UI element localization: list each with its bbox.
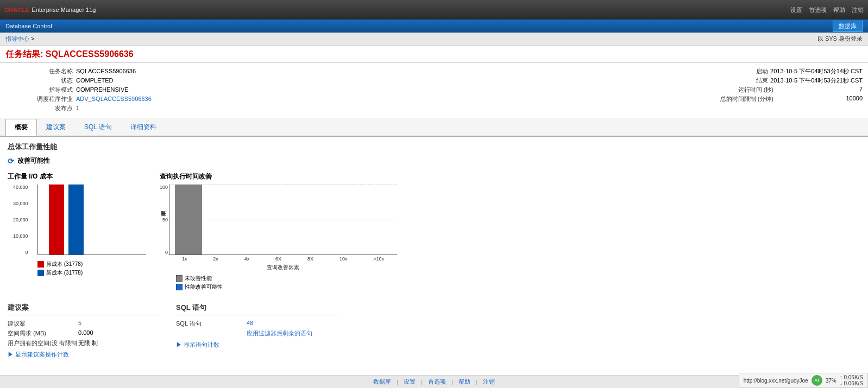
tab-sql[interactable]: SQL 语句 [75, 119, 121, 136]
top-bar: ORACLE Enterprise Manager 11g 设置 首选项 帮助 … [0, 0, 868, 20]
task-info-left: 任务名称 SQLACCESS5906636 状态 COMPLETED 指导模式 … [5, 67, 434, 113]
time-limit-label: 总的时间限制 (分钟) [720, 95, 773, 103]
subsection-heading: ⟳ 改善可能性 [8, 156, 860, 166]
tab-overview[interactable]: 概要 [5, 119, 37, 136]
oracle-logo: ORACLE Enterprise Manager 11g [4, 7, 96, 13]
rec-count-label: 建议案 [8, 320, 78, 328]
tabs-bar: 概要 建议案 SQL 语句 详细资料 [0, 118, 868, 137]
recommendations-section: 建议案 建议案 5 空间需求 (MB) 0.000 用户拥有的空间(没 有限制 … [8, 303, 160, 359]
bottom-sections: 建议案 建议案 5 空间需求 (MB) 0.000 用户拥有的空间(没 有限制 … [8, 303, 860, 359]
db-control-label: Database Control [5, 23, 52, 29]
advisor-task-row: 调度程序作业 ADV_SQLACCESS5906636 [5, 95, 434, 103]
space-req-label: 空间需求 (MB) [8, 329, 78, 338]
subsection-title: 改善可能性 [17, 156, 50, 166]
no-improvement-label: 未改善性能 [185, 275, 212, 282]
status-url: http://blog.xxx.net/guoyJoe [744, 378, 808, 384]
legend-new-cost: 新成本 (31778) [37, 269, 138, 277]
footer-sep-4: | [476, 379, 477, 385]
sql-section: SQL 语句 SQL 语句 48 应用过滤器后剩余的语句 ▶ 显示语句计数 [176, 303, 339, 359]
advisor-task-label: 调度程序作业 [5, 95, 76, 103]
refresh-icon: ⟳ [8, 157, 14, 166]
db-bar: Database Control 数据库 [0, 20, 868, 33]
sql-title: SQL 语句 [176, 303, 339, 315]
advisor-task-value: ADV_SQLACCESS5906636 [76, 96, 152, 102]
page-title: 任务结果: SQLACCESS5906636 [5, 49, 863, 60]
advisor-mode-label: 指导模式 [5, 86, 76, 94]
right-y-labels: 100 50 0 [155, 185, 169, 255]
status-circle: Ai [812, 375, 822, 386]
original-cost-label: 原成本 (31778) [46, 260, 83, 268]
task-info-right: 启动 2013-10-5 下午04时53分14秒 CST 结束 2013-10-… [434, 67, 863, 113]
time-limit-row: 总的时间限制 (分钟) 10000 [434, 95, 863, 103]
bottom-status-bar: http://blog.xxx.net/guoyJoe Ai 37% ↑ 0.0… [739, 373, 868, 388]
x-axis-labels: 1x 2x 4x 6X 8X 10x >10x [169, 256, 397, 262]
footer-db-link[interactable]: 数据库 [373, 378, 391, 386]
workload-cost-chart: 工作量 I/O 成本 40,000 30,000 20,000 10,000 0 [8, 172, 138, 292]
database-button[interactable]: 数据库 [833, 21, 863, 32]
advisor-center-link[interactable]: 指导中心 [5, 35, 29, 42]
legend-original-cost: 原成本 (31778) [37, 260, 138, 268]
start-label: 启动 [756, 67, 768, 75]
runtime-value: 7 [776, 86, 863, 94]
logout-link[interactable]: 注销 [852, 6, 864, 14]
original-cost-color [37, 261, 44, 268]
publish-row: 发布点 1 [5, 104, 434, 112]
section-heading: 总体工作量性能 [8, 142, 860, 152]
status-label: 状态 [5, 77, 76, 85]
end-label: 结束 [756, 77, 768, 85]
user-space-row: 用户拥有的空间(没 有限制 无限 制 [8, 339, 160, 347]
space-req-value: 0.000 [78, 329, 93, 338]
rec-count-value: 5 [78, 320, 81, 328]
left-chart-area [37, 185, 146, 255]
breadcrumb-separator: > [31, 35, 34, 42]
user-space-value: 无限 制 [78, 339, 98, 347]
login-info: 以 SYS 身份登录 [817, 35, 863, 43]
original-cost-bar [49, 185, 64, 255]
new-cost-color [37, 270, 44, 276]
percent-value: 37% [826, 378, 836, 384]
sql-count-value: 48 [247, 320, 253, 328]
right-chart-legend: 未改善性能 性能改善可能性 [176, 275, 431, 291]
breadcrumb: 指导中心 > [5, 35, 35, 43]
sql-filtered-label [176, 329, 247, 338]
publish-label: 发布点 [5, 104, 76, 112]
advisor-task-link[interactable]: ADV_SQLACCESS5906636 [76, 96, 152, 102]
oracle-brand: ORACLE [4, 7, 29, 13]
down-speed: ↓ 0.06K/S [840, 380, 863, 386]
improvement-possible-label: 性能改善可能性 [185, 283, 223, 291]
rec-count-link[interactable]: 5 [78, 320, 81, 326]
sql-count-row: SQL 语句 48 [176, 320, 339, 328]
settings-link[interactable]: 设置 [790, 6, 802, 14]
end-value: 2013-10-5 下午04时53分21秒 CST [770, 77, 863, 85]
footer-help-link[interactable]: 帮助 [458, 378, 470, 386]
show-rec-ops-link[interactable]: ▶ 显示建议案操作计数 [8, 351, 160, 359]
user-space-label: 用户拥有的空间(没 有限制 [8, 339, 78, 347]
speed-info: ↑ 0.06K/S ↓ 0.06K/S [840, 374, 863, 386]
tab-recommendations[interactable]: 建议案 [37, 119, 75, 136]
grid-line-50 [169, 220, 397, 220]
runtime-label: 运行时间 (秒) [738, 86, 773, 94]
start-value: 2013-10-5 下午04时53分14秒 CST [770, 67, 863, 75]
top-nav-links: 设置 首选项 帮助 注销 [790, 6, 864, 14]
show-sql-count-link[interactable]: ▶ 显示语句计数 [176, 341, 339, 349]
x-axis-title: 查询改善因素 [169, 264, 397, 271]
task-info: 任务名称 SQLACCESS5906636 状态 COMPLETED 指导模式 … [0, 63, 868, 118]
footer-settings-link[interactable]: 设置 [404, 378, 416, 386]
runtime-row: 运行时间 (秒) 7 [434, 86, 863, 94]
new-cost-label: 新成本 (31778) [46, 269, 83, 277]
footer-home-link[interactable]: 首选项 [428, 378, 446, 386]
tab-details[interactable]: 详细资料 [121, 119, 166, 136]
home-link[interactable]: 首选项 [809, 6, 827, 14]
charts-row: 工作量 I/O 成本 40,000 30,000 20,000 10,000 0 [8, 172, 860, 292]
task-name-label: 任务名称 [5, 67, 76, 75]
footer-logout-link[interactable]: 注销 [483, 378, 495, 386]
sql-filtered-link[interactable]: 应用过滤器后剩余的语句 [247, 330, 312, 336]
legend-no-improvement: 未改善性能 [176, 275, 431, 282]
help-link[interactable]: 帮助 [833, 6, 845, 14]
footer-sep-3: | [451, 379, 453, 385]
footer: 数据库 | 设置 | 首选项 | 帮助 | 注销 [0, 375, 868, 388]
advisor-mode-row: 指导模式 COMPREHENSIVE [5, 86, 434, 94]
start-row: 启动 2013-10-5 下午04时53分14秒 CST [434, 67, 863, 75]
left-chart-legend: 原成本 (31778) 新成本 (31778) [37, 260, 138, 277]
sql-count-link[interactable]: 48 [247, 320, 253, 326]
